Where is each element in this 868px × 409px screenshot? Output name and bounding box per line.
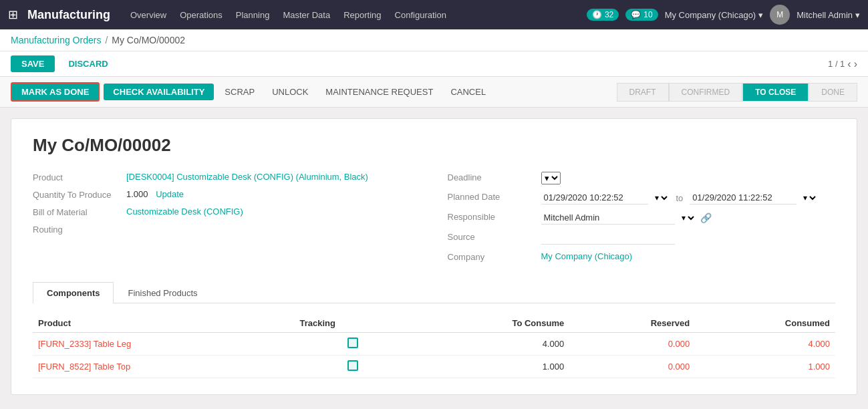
- mark-as-done-button[interactable]: MARK AS DONE: [11, 82, 100, 102]
- check-availability-button[interactable]: CHECK AVAILABILITY: [104, 84, 214, 100]
- col-to-consume: To Consume: [412, 314, 569, 333]
- chat-icon: 💬: [631, 10, 641, 19]
- pager-next-button[interactable]: ›: [854, 58, 857, 70]
- main-scroll-area[interactable]: My Co/MO/00002 Product [DESK0004] Custom…: [0, 108, 868, 409]
- chat-badge-count: 10: [643, 10, 652, 19]
- responsible-dropdown[interactable]: ▾: [679, 213, 696, 223]
- company-link[interactable]: My Company (Chicago): [541, 251, 633, 261]
- qty-field-row: Quantity To Produce 1.000 Update: [33, 189, 421, 200]
- user-dropdown-icon: ▾: [855, 10, 860, 20]
- responsible-external-link-icon[interactable]: 🔗: [700, 213, 712, 223]
- cell-tracking: [295, 333, 412, 356]
- deadline-field-row: Deadline ▾: [448, 172, 836, 184]
- maintenance-request-button[interactable]: MAINTENANCE REQUEST: [319, 84, 440, 100]
- pager-text: 1 / 1: [828, 59, 845, 69]
- col-product: Product: [33, 314, 295, 333]
- grid-icon[interactable]: ⊞: [8, 7, 18, 22]
- breadcrumb: Manufacturing Orders / My Co/MO/00002: [0, 29, 868, 51]
- clock-badge-count: 32: [605, 10, 613, 19]
- table-header-row: Product Tracking To Consume Reserved Con…: [33, 314, 835, 333]
- source-field-row: Source: [448, 231, 836, 245]
- responsible-value: ▾ 🔗: [541, 211, 712, 225]
- col-reserved: Reserved: [569, 314, 695, 333]
- nav-link-overview[interactable]: Overview: [130, 7, 166, 23]
- company-field-row: Company My Company (Chicago): [448, 251, 836, 262]
- chat-badge-button[interactable]: 💬 10: [625, 9, 658, 21]
- bom-field-row: Bill of Material Customizable Desk (CONF…: [33, 207, 421, 217]
- form-left-section: Product [DESK0004] Customizable Desk (CO…: [33, 172, 421, 269]
- bom-link[interactable]: Customizable Desk (CONFIG): [126, 207, 243, 217]
- bom-value: Customizable Desk (CONFIG): [126, 207, 243, 217]
- cell-consumed: 4.000: [695, 333, 835, 356]
- planned-date-until-dropdown[interactable]: ▾: [801, 192, 818, 203]
- form-card: My Co/MO/00002 Product [DESK0004] Custom…: [11, 118, 857, 395]
- routing-label: Routing: [33, 224, 126, 235]
- clock-icon: 🕐: [592, 10, 602, 19]
- table-row: [FURN_8522] Table Top 1.000 0.000 1.000: [33, 356, 835, 378]
- unlock-button[interactable]: UNLOCK: [265, 84, 315, 100]
- cell-product: [FURN_2333] Table Leg: [33, 333, 295, 356]
- product-link[interactable]: [DESK0004] Customizable Desk (CONFIG) (A…: [126, 172, 368, 182]
- planned-date-from-dropdown[interactable]: ▾: [652, 192, 670, 203]
- status-bar: DRAFT CONFIRMED TO CLOSE DONE: [617, 83, 857, 102]
- product-row-link[interactable]: [FURN_8522] Table Top: [38, 362, 130, 372]
- product-field-row: Product [DESK0004] Customizable Desk (CO…: [33, 172, 421, 182]
- clock-badge-button[interactable]: 🕐 32: [587, 9, 619, 21]
- tabs-bar: Components Finished Products: [33, 282, 835, 303]
- qty-update-link[interactable]: Update: [156, 189, 184, 199]
- responsible-label: Responsible: [448, 211, 541, 222]
- nav-right: 🕐 32 💬 10 My Company (Chicago) ▾ M Mitch…: [587, 5, 860, 25]
- save-button[interactable]: SAVE: [11, 55, 55, 72]
- cell-product: [FURN_8522] Table Top: [33, 356, 295, 378]
- nav-link-operations[interactable]: Operations: [180, 7, 223, 23]
- company-field-label: Company: [448, 251, 541, 262]
- planned-date-value: ▾ to ▾: [541, 191, 819, 204]
- cell-reserved: 0.000: [569, 356, 695, 378]
- user-name-button[interactable]: Mitchell Admin ▾: [797, 10, 860, 20]
- tab-components[interactable]: Components: [33, 282, 114, 303]
- cell-tracking: [295, 356, 412, 378]
- form-fields-row: Product [DESK0004] Customizable Desk (CO…: [33, 172, 835, 269]
- planned-date-field-row: Planned Date ▾ to ▾: [448, 191, 836, 204]
- responsible-field-row: Responsible ▾ 🔗: [448, 211, 836, 225]
- deadline-label: Deadline: [448, 172, 541, 182]
- tab-finished-products[interactable]: Finished Products: [114, 282, 211, 303]
- button-toolbar: MARK AS DONE CHECK AVAILABILITY SCRAP UN…: [0, 77, 868, 108]
- source-input[interactable]: [541, 231, 675, 245]
- status-done: DONE: [809, 83, 857, 102]
- planned-date-until-input[interactable]: [690, 191, 797, 204]
- company-selector[interactable]: My Company (Chicago) ▾: [665, 10, 764, 20]
- tracking-checkbox[interactable]: [347, 337, 358, 348]
- app-title: Manufacturing: [27, 8, 110, 22]
- components-table: Product Tracking To Consume Reserved Con…: [33, 314, 835, 378]
- avatar: M: [770, 5, 790, 25]
- planned-date-to-text: to: [676, 193, 684, 203]
- planned-date-from-input[interactable]: [541, 191, 648, 204]
- routing-field-row: Routing: [33, 224, 421, 235]
- table-row: [FURN_2333] Table Leg 4.000 0.000 4.000: [33, 333, 835, 356]
- cancel-button[interactable]: CANCEL: [444, 84, 492, 100]
- pager-prev-button[interactable]: ‹: [847, 58, 851, 70]
- breadcrumb-parent[interactable]: Manufacturing Orders: [11, 35, 101, 45]
- deadline-dropdown[interactable]: ▾: [541, 172, 561, 184]
- product-row-link[interactable]: [FURN_2333] Table Leg: [38, 339, 131, 349]
- cell-reserved: 0.000: [569, 333, 695, 356]
- scrap-button[interactable]: SCRAP: [218, 84, 261, 100]
- cell-to-consume: 1.000: [412, 356, 569, 378]
- nav-link-planning[interactable]: Planning: [236, 7, 270, 23]
- bom-label: Bill of Material: [33, 207, 126, 217]
- col-tracking: Tracking: [295, 314, 412, 333]
- qty-value: 1.000 Update: [126, 189, 184, 199]
- cell-to-consume: 4.000: [412, 333, 569, 356]
- tracking-checkbox[interactable]: [347, 360, 358, 371]
- form-right-section: Deadline ▾ Planned Date ▾ to: [448, 172, 836, 269]
- mo-number-title: My Co/MO/00002: [33, 135, 835, 156]
- responsible-input[interactable]: [541, 211, 675, 225]
- status-confirmed: CONFIRMED: [669, 83, 743, 102]
- nav-link-configuration[interactable]: Configuration: [395, 7, 446, 23]
- nav-link-master-data[interactable]: Master Data: [283, 7, 330, 23]
- planned-date-label: Planned Date: [448, 191, 541, 202]
- discard-button[interactable]: DISCARD: [60, 55, 116, 72]
- top-navigation: ⊞ Manufacturing Overview Operations Plan…: [0, 0, 868, 29]
- nav-link-reporting[interactable]: Reporting: [343, 7, 381, 23]
